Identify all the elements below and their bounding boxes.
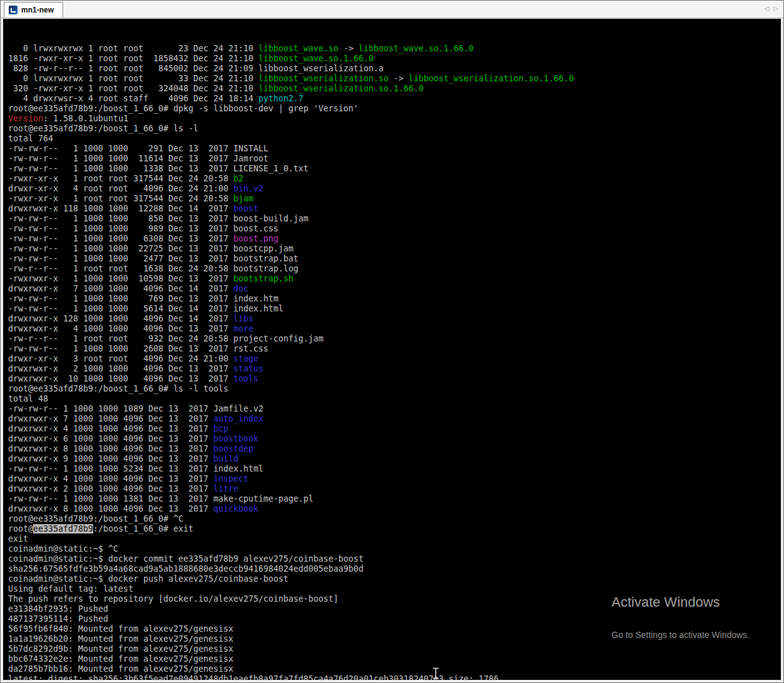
terminal-output: 0 lrwxrwxrwx 1 root root 23 Dec 24 21:10… [8, 44, 781, 680]
terminal-text: -rw-rw-r-- 1 1000 1000 989 Dec 13 2017 b… [8, 224, 278, 233]
terminal-line: 0 lrwxrwxrwx 1 root root 23 Dec 24 21:10… [8, 44, 781, 54]
terminal-text: drwxr-xr-x 3 root root 4096 Dec 24 21:00 [8, 354, 233, 363]
terminal-text: drwxrwxr-x 4 1000 1000 4096 Dec 13 2017 [8, 474, 213, 483]
tab-scroll-right-icon[interactable]: ▷ [772, 5, 780, 12]
terminal-text: coinadmin@static:~$ docker push alexev27… [8, 574, 288, 584]
terminal-line: -rw-rw-r-- 1 1000 1000 22725 Dec 13 2017… [8, 244, 781, 254]
terminal-line: 56f95fb6f840: Mounted from alexev275/gen… [8, 624, 781, 634]
terminal-text: drwxrwxr-x 7 1000 1000 4096 Dec 14 2017 [8, 284, 233, 293]
terminal-text: -rw-rw-r-- 1 1000 1000 850 Dec 13 2017 b… [8, 214, 308, 223]
terminal-line: root@ee335afd78b9:/boost_1_66_0# exit [8, 524, 781, 534]
terminal-line: -rw-rw-r-- 1 1000 1000 6308 Dec 13 2017 … [8, 234, 781, 244]
terminal-line: 5b7dc8292d9b: Mounted from alexev275/gen… [8, 644, 781, 654]
terminal-text: libboost_wserialization.so.1.66.0 [408, 74, 573, 83]
terminal-text: -rw-r--r-- 1 root root 932 Dec 24 20:58 … [8, 334, 323, 343]
titlebar: mn1-new ◁ ▷ [1, 1, 783, 18]
terminal-line: total 48 [8, 394, 781, 404]
terminal-text: 1816 -rwxr-xr-x 1 root root 1858432 Dec … [8, 54, 258, 63]
terminal-line: 1816 -rwxr-xr-x 1 root root 1858432 Dec … [8, 54, 781, 64]
terminal-text: -rw-rw-r-- 1 1000 1000 6308 Dec 13 2017 [8, 234, 233, 243]
terminal-line: -rw-rw-r-- 1 1000 1000 850 Dec 13 2017 b… [8, 214, 781, 224]
terminal-line: -rw-rw-r-- 1 1000 1000 11614 Dec 13 2017… [8, 154, 781, 164]
terminal-line: total 764 [8, 134, 781, 144]
terminal-text: -rw-rw-r-- 1 1000 1000 291 Dec 13 2017 I… [8, 144, 268, 153]
terminal-line: drwxrwxr-x 6 1000 1000 4096 Dec 13 2017 … [8, 434, 781, 444]
terminal-text: -rwxr-xr-x 1 root root 317544 Dec 24 20:… [8, 194, 233, 203]
terminal-text: -rw-rw-r-- 1 1000 1000 5234 Dec 13 2017 … [8, 464, 263, 473]
terminal-text: -rw-rw-r-- 1 1000 1000 2477 Dec 13 2017 … [8, 254, 298, 263]
terminal-screen[interactable]: 0 lrwxrwxrwx 1 root root 23 Dec 24 21:10… [3, 19, 781, 680]
terminal-text: root@ee335afd78b9:/boost_1_66_0# ls -l [8, 124, 198, 133]
terminal-text: 1a1a19626b20: Mounted from alexev275/gen… [8, 634, 233, 644]
terminal-line: -rw-r--r-- 1 root root 1638 Dec 24 20:58… [8, 264, 781, 274]
terminal-line: root@ee335afd78b9:/boost_1_66_0# ^C [8, 514, 781, 524]
terminal-text: drwxrwxr-x 6 1000 1000 4096 Dec 13 2017 [8, 434, 213, 443]
terminal-text: more [233, 324, 253, 333]
terminal-app-icon [9, 6, 18, 14]
terminal-text: 56f95fb6f840: Mounted from alexev275/gen… [8, 624, 233, 634]
terminal-text: boostbook [213, 434, 258, 443]
terminal-line: drwxrwxr-x 118 1000 1000 12288 Dec 14 20… [8, 204, 781, 214]
terminal-line: coinadmin@static:~$ ^C [8, 544, 781, 554]
terminal-line: drwxrwxr-x 10 1000 1000 4096 Dec 13 2017… [8, 374, 781, 384]
terminal-text: 0 lrwxrwxrwx 1 root root 23 Dec 24 21:10 [8, 44, 258, 53]
terminal-text: libs [233, 314, 253, 323]
terminal-line: drwxrwxr-x 128 1000 1000 4096 Dec 14 201… [8, 314, 781, 324]
terminal-text: drwxrwxr-x 8 1000 1000 4096 Dec 13 2017 [8, 444, 213, 453]
terminal-text: -rw-rw-r-- 1 1000 1000 5614 Dec 14 2017 … [8, 304, 283, 313]
terminal-text: sha256:67565fdfe3b59a4a68cad9a5ab1888680… [8, 564, 363, 574]
terminal-text: da2785b7bb16: Mounted from alexev275/gen… [8, 664, 233, 674]
terminal-text: -> [338, 44, 358, 53]
terminal-text: coinadmin@static:~$ ^C [8, 544, 118, 554]
terminal-line: drwxrwxr-x 4 1000 1000 4096 Dec 13 2017 … [8, 474, 781, 484]
terminal-line: -rwxr-xr-x 1 root root 317544 Dec 24 20:… [8, 174, 781, 184]
terminal-line: drwxrwxr-x 7 1000 1000 4096 Dec 13 2017 … [8, 414, 781, 424]
terminal-text: drwxrwxr-x 128 1000 1000 4096 Dec 14 201… [8, 314, 233, 323]
terminal-text: bootstrap.sh [233, 274, 293, 283]
terminal-text: status [233, 364, 263, 373]
terminal-text: -rw-rw-r-- 1 1000 1000 2608 Dec 13 2017 … [8, 344, 268, 353]
tab-title: mn1-new [21, 6, 54, 14]
tab-scroll-left-icon[interactable]: ◁ [763, 5, 770, 12]
terminal-text: litre [213, 484, 238, 493]
terminal-text: root@ee335afd78b9:/boost_1_66_0# ls -l t… [8, 384, 228, 393]
terminal-line: bbc674332e2e: Mounted from alexev275/gen… [8, 654, 781, 664]
terminal-line: -rw-r--r-- 1 root root 932 Dec 24 20:58 … [8, 334, 781, 344]
terminal-line: drwxrwxr-x 4 1000 1000 4096 Dec 13 2017 … [8, 424, 781, 434]
terminal-line: -rw-rw-r-- 1 1000 1000 5234 Dec 13 2017 … [8, 464, 781, 474]
terminal-line: drwxrwxr-x 9 1000 1000 4096 Dec 13 2017 … [8, 454, 781, 464]
tab-mn1-new[interactable]: mn1-new [4, 2, 63, 18]
terminal-line: drwxrwxr-x 8 1000 1000 4096 Dec 13 2017 … [8, 444, 781, 454]
terminal-text: python2.7 [258, 94, 303, 103]
terminal-line: coinadmin@static:~$ docker push alexev27… [8, 574, 781, 584]
terminal-text: The push refers to repository [docker.io… [8, 594, 338, 604]
terminal-line: -rwxrwxr-x 1 1000 1000 10598 Dec 13 2017… [8, 274, 781, 284]
terminal-text: : 1.58.0.1ubuntu1 [43, 114, 128, 123]
terminal-text: root@ee335afd78b9:/boost_1_66_0# ^C [8, 514, 183, 524]
terminal-line: coinadmin@static:~$ docker commit ee335a… [8, 554, 781, 564]
terminal-text: b2 [233, 174, 243, 183]
terminal-text: -> [388, 74, 408, 83]
terminal-text: 828 -rw-r--r-- 1 root root 845002 Dec 24… [8, 64, 383, 73]
terminal-text: :/boost_1_66_0# exit [93, 524, 193, 534]
terminal-text: 320 -rwxr-xr-x 1 root root 324048 Dec 24… [8, 84, 258, 93]
terminal-text: drwxrwxr-x 9 1000 1000 4096 Dec 13 2017 [8, 454, 213, 463]
terminal-text: coinadmin@static:~$ docker commit ee335a… [8, 554, 363, 564]
terminal-line: drwxrwxr-x 4 1000 1000 4096 Dec 13 2017 … [8, 324, 781, 334]
terminal-text: libboost_wave.so.1.66.0 [258, 54, 373, 63]
terminal-line: drwxrwxr-x 2 1000 1000 4096 Dec 13 2017 … [8, 364, 781, 374]
terminal-line: drwxrwxr-x 2 1000 1000 4096 Dec 13 2017 … [8, 484, 781, 494]
terminal-text: -rw-rw-r-- 1 1000 1000 769 Dec 13 2017 i… [8, 294, 278, 303]
terminal-line: 828 -rw-r--r-- 1 root root 845002 Dec 24… [8, 64, 781, 74]
terminal-text: drwxrwxr-x 7 1000 1000 4096 Dec 13 2017 [8, 414, 213, 423]
terminal-text: -rw-rw-r-- 1 1000 1000 22725 Dec 13 2017… [8, 244, 293, 253]
terminal-line: 320 -rwxr-xr-x 1 root root 324048 Dec 24… [8, 84, 781, 94]
terminal-text: drwxrwxr-x 4 1000 1000 4096 Dec 13 2017 [8, 424, 213, 433]
terminal-text: latest: digest: sha256:3b63f5ead7e094912… [8, 674, 499, 680]
tab-navigation: ◁ ▷ [763, 5, 780, 12]
terminal-text: drwxrwxr-x 10 1000 1000 4096 Dec 13 2017 [8, 374, 233, 383]
terminal-line: root@ee335afd78b9:/boost_1_66_0# ls -l [8, 124, 781, 134]
terminal-text: drwxrwxr-x 8 1000 1000 4096 Dec 13 2017 [8, 504, 213, 514]
terminal-line: -rwxr-xr-x 1 root root 317544 Dec 24 20:… [8, 194, 781, 204]
terminal-text: 0 lrwxrwxrwx 1 root root 33 Dec 24 21:10 [8, 74, 258, 83]
